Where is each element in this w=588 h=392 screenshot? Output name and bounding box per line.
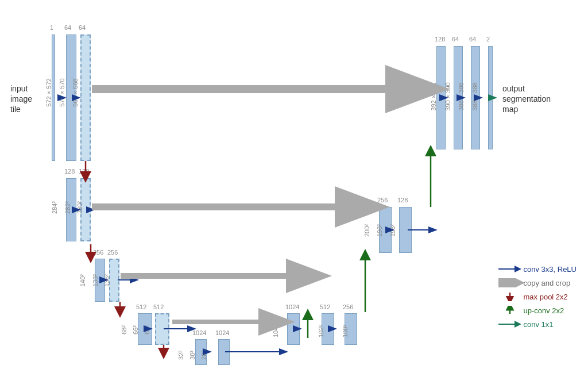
legend-copy: copy and crop xyxy=(498,278,577,287)
label-30: 30² xyxy=(189,351,196,360)
label-d4-1024: 1024 xyxy=(285,303,299,310)
label-d3-256: 256 xyxy=(377,197,388,203)
label-140: 140² xyxy=(79,274,86,287)
label-512a: 512 xyxy=(136,303,146,310)
label-570x570: 570 × 570 xyxy=(59,78,65,106)
label-64b: 64 xyxy=(79,24,86,31)
label-136: 136² xyxy=(103,274,110,287)
label-568x568: 568 × 568 xyxy=(72,78,79,106)
label-282: 282² xyxy=(64,201,71,214)
label-284: 284² xyxy=(51,201,58,214)
legend: conv 3x3, ReLU copy and crop xyxy=(498,264,577,333)
legend-conv1x1: conv 1x1 xyxy=(498,320,577,329)
label-388a: 388 × 388 xyxy=(458,82,465,110)
label-100: 100² xyxy=(342,325,349,337)
legend-upconv: up-conv 2x2 xyxy=(498,306,577,315)
label-top-2: 2 xyxy=(486,36,490,43)
label-68: 68² xyxy=(121,325,127,335)
fmap-d4-1024 xyxy=(287,313,300,345)
label-390: 390 × 390 xyxy=(444,82,451,110)
label-d4-512a: 512 xyxy=(320,303,330,310)
legend-maxpool: max pool 2x2 xyxy=(498,292,577,301)
fmap-l4-512b xyxy=(155,313,169,345)
label-104: 104² xyxy=(272,325,279,337)
label-198: 198² xyxy=(376,224,383,237)
label-1: 1 xyxy=(50,24,53,31)
legend-maxpool-arrow xyxy=(498,292,524,301)
label-64a: 64 xyxy=(64,24,71,31)
legend-copy-label: copy and crop xyxy=(524,279,571,287)
label-256b: 256 xyxy=(107,249,118,256)
fmap-d3-128 xyxy=(399,207,412,253)
label-28: 28² xyxy=(200,351,207,360)
fmap-l3-256b xyxy=(109,259,119,302)
legend-conv-arrow xyxy=(498,264,524,274)
label-392: 392 × 392 xyxy=(430,82,437,110)
label-top-128: 128 xyxy=(435,36,445,43)
legend-conv1x1-arrow xyxy=(498,320,524,329)
fmap-bn-1024b xyxy=(218,339,230,365)
label-200: 200² xyxy=(363,224,370,237)
legend-maxpool-label: max pool 2x2 xyxy=(524,293,568,301)
output-label: outputsegmentationmap xyxy=(502,83,551,115)
label-102: 102² xyxy=(318,325,324,337)
legend-upconv-label: up-conv 2x2 xyxy=(524,306,564,315)
input-label: inputimagetile xyxy=(10,83,32,115)
fmap-l1-1 xyxy=(52,34,55,161)
fmap-l1-64b xyxy=(80,34,91,161)
legend-conv-label: conv 3x3, ReLU xyxy=(524,265,577,274)
label-66: 66² xyxy=(132,325,139,335)
legend-conv: conv 3x3, ReLU xyxy=(498,264,577,274)
label-128b: 128 xyxy=(79,168,89,175)
label-196: 196² xyxy=(389,224,396,237)
label-512b: 512 xyxy=(153,303,164,310)
label-128a: 128 xyxy=(64,168,75,175)
label-d3-128: 128 xyxy=(397,197,408,203)
label-138: 138² xyxy=(92,274,99,287)
legend-conv1x1-label: conv 1x1 xyxy=(524,320,554,329)
label-32: 32² xyxy=(177,351,184,360)
label-256a: 256 xyxy=(93,249,103,256)
label-top-64b: 64 xyxy=(469,36,476,43)
label-388b: 388 × 388 xyxy=(471,82,478,110)
label-top-64a: 64 xyxy=(452,36,459,43)
label-1024b: 1024 xyxy=(215,329,229,336)
label-1024a: 1024 xyxy=(192,329,206,336)
label-64enc: 64² xyxy=(144,325,150,335)
fmap-d2-2 xyxy=(488,46,493,149)
label-572x572: 572 × 572 xyxy=(45,78,52,106)
legend-upconv-arrow xyxy=(498,306,524,315)
label-d4-256: 256 xyxy=(343,303,353,310)
label-280: 280² xyxy=(76,201,83,214)
legend-copy-arrow xyxy=(498,278,524,287)
